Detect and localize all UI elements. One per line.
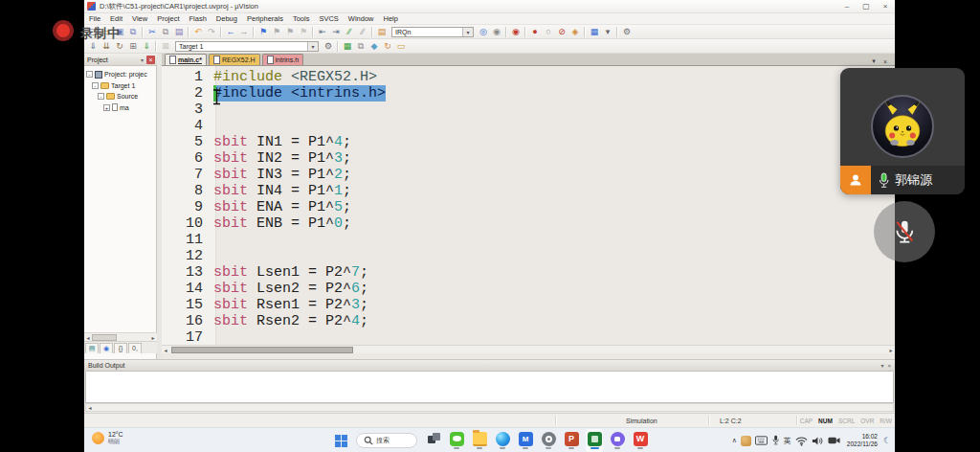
menu-debug[interactable]: Debug <box>212 14 242 23</box>
build-output-content[interactable] <box>85 371 894 403</box>
paste-icon[interactable]: ▤ <box>172 26 186 38</box>
menu-edit[interactable]: Edit <box>105 14 127 23</box>
configure-icon[interactable]: ⚙ <box>620 26 634 38</box>
volume-icon[interactable] <box>812 436 824 446</box>
wifi-icon[interactable] <box>795 436 808 446</box>
clear-bookmarks-icon[interactable]: ⚑ <box>297 26 310 38</box>
taskbar-app-task-view[interactable] <box>425 429 442 452</box>
indent-icon[interactable]: ⇥ <box>329 26 343 38</box>
menu-file[interactable]: File <box>84 14 105 23</box>
books-tab-icon[interactable]: ◉ <box>100 343 113 353</box>
prev-bookmark-icon[interactable]: ⚑ <box>270 26 283 38</box>
build-output-hscrollbar[interactable]: ◂ <box>85 403 894 412</box>
navigate-forward-icon[interactable]: → <box>237 26 251 38</box>
tree-expander-icon[interactable]: - <box>98 93 104 100</box>
close-button[interactable]: × <box>876 0 895 12</box>
tree-item-project-projec[interactable]: -Project: projec <box>86 69 159 79</box>
code-area[interactable]: 1#include <REGX52.H>2#include <intrins.h… <box>162 66 895 345</box>
webcam-overlay[interactable]: 郭锦源 <box>840 68 965 194</box>
target-select[interactable]: Target 1▾ <box>175 41 319 52</box>
project-panel-hscrollbar[interactable]: ◂ ▸ <box>84 332 157 341</box>
tree-expander-icon[interactable]: - <box>92 82 99 89</box>
chevron-down-icon[interactable]: ▾ <box>462 28 473 36</box>
ime-language-indicator[interactable]: 英 <box>784 436 791 446</box>
refresh-icon[interactable]: ↻ <box>381 40 394 53</box>
bookmark-icon[interactable]: ⚑ <box>256 26 270 38</box>
irq-select[interactable]: IRQn▾ <box>391 27 474 37</box>
window-list-icon[interactable]: ▾ <box>868 57 880 65</box>
taskbar-app-powerpoint[interactable] <box>563 429 580 452</box>
menu-tools[interactable]: Tools <box>288 14 315 23</box>
editor-tab-main-c-[interactable]: main.c* <box>165 54 207 65</box>
disable-breakpoint-icon[interactable]: ○ <box>542 26 555 38</box>
taskbar-clock[interactable]: 16:022022/11/26 <box>847 433 878 448</box>
code-line[interactable]: 14sbit Lsen2 = P2^6; <box>162 281 895 297</box>
kill-breakpoints-icon[interactable]: ⊘ <box>555 26 568 38</box>
enable-breakpoints-icon[interactable]: ◈ <box>568 26 582 38</box>
close-document-icon[interactable]: × <box>880 58 891 65</box>
code-line[interactable]: 6sbit IN2 = P1^3; <box>162 150 895 167</box>
copy-icon[interactable]: ⧉ <box>159 26 172 38</box>
code-line[interactable]: 9sbit ENA = P1^5; <box>162 199 895 215</box>
taskbar-app-wps[interactable] <box>632 429 649 452</box>
taskbar-app-meeting[interactable] <box>609 429 626 452</box>
pin-icon[interactable]: ▾ <box>880 362 883 369</box>
menu-flash[interactable]: Flash <box>185 14 212 23</box>
chevron-down-icon[interactable]: ▾ <box>307 42 318 51</box>
code-line[interactable]: 8sbit IN4 = P1^1; <box>162 183 895 199</box>
scrollbar-thumb[interactable] <box>92 334 117 341</box>
tray-mic-icon[interactable] <box>771 435 780 446</box>
menu-peripherals[interactable]: Peripherals <box>242 14 288 23</box>
taskbar-search-box[interactable]: 搜索 <box>356 433 417 448</box>
scroll-left-icon[interactable]: ◂ <box>162 347 169 353</box>
undo-icon[interactable]: ↶ <box>191 26 205 38</box>
taskbar-weather-widget[interactable]: 12°C 晴朗 <box>92 431 123 445</box>
tree-item-target-1[interactable]: -Target 1 <box>92 80 165 91</box>
menu-window[interactable]: Window <box>344 14 379 23</box>
code-line[interactable]: 7sbit IN3 = P1^2; <box>162 167 895 183</box>
download-icon[interactable]: ⇓ <box>140 40 153 53</box>
breakpoint-icon[interactable]: ● <box>528 26 542 38</box>
window-layout-icon[interactable]: ▦ <box>588 26 601 38</box>
editor-tab-intrins-h[interactable]: intrins.h <box>262 54 304 65</box>
scroll-left-icon[interactable]: ◂ <box>84 334 92 341</box>
scroll-right-icon[interactable]: ▸ <box>887 347 895 353</box>
taskbar-app-edge[interactable] <box>494 429 511 452</box>
navigate-back-icon[interactable]: ← <box>224 26 237 38</box>
manage-layers-icon[interactable]: ◆ <box>368 40 381 53</box>
code-line[interactable]: 16sbit Rsen2 = P2^4; <box>162 313 895 329</box>
close-icon[interactable]: × <box>146 56 155 64</box>
code-line[interactable]: 5sbit IN1 = P1^4; <box>162 134 895 150</box>
next-bookmark-icon[interactable]: ⚑ <box>283 26 297 38</box>
menu-svcs[interactable]: SVCS <box>314 14 343 23</box>
unindent-icon[interactable]: ⇤ <box>316 26 329 38</box>
cut-icon[interactable]: ✂ <box>145 26 159 38</box>
close-icon[interactable]: × <box>887 363 891 369</box>
code-line[interactable]: 17 <box>162 329 895 345</box>
code-line[interactable]: 2#include <intrins.h> <box>162 85 895 102</box>
uncomment-icon[interactable]: ∕∕ <box>356 26 369 38</box>
code-line[interactable]: 13sbit Lsen1 = P2^7; <box>162 264 895 281</box>
pin-icon[interactable]: ▾ <box>141 56 144 63</box>
code-line[interactable]: 15sbit Rsen1 = P2^3; <box>162 297 895 313</box>
code-line[interactable]: 4 <box>162 118 895 134</box>
open-folder-icon[interactable]: ▭ <box>394 40 408 53</box>
keyboard-icon[interactable] <box>755 436 768 445</box>
batch-build-icon[interactable]: ⊞ <box>126 40 140 53</box>
project-tab-icon[interactable]: ▤ <box>85 343 99 353</box>
scrollbar-thumb[interactable] <box>171 347 353 353</box>
build-file-icon[interactable]: ⧉ <box>354 40 368 53</box>
mute-mic-button[interactable] <box>874 201 935 262</box>
find-in-files-icon[interactable]: ◎ <box>477 26 490 38</box>
tray-chevron-icon[interactable]: ∧ <box>732 437 737 444</box>
stop-build-icon[interactable]: ⊠ <box>159 40 172 53</box>
comment-icon[interactable]: ∕∕ <box>343 26 356 38</box>
scroll-left-icon[interactable]: ◂ <box>86 404 94 411</box>
templates-tab-icon[interactable]: 0, <box>128 343 142 353</box>
scroll-right-icon[interactable]: ▸ <box>149 334 157 341</box>
save-all-icon[interactable]: ⧉ <box>126 26 140 38</box>
redo-icon[interactable]: ↷ <box>205 26 218 38</box>
camera-icon[interactable] <box>828 436 840 445</box>
menu-project[interactable]: Project <box>152 14 184 23</box>
code-line[interactable]: 12 <box>162 248 895 264</box>
